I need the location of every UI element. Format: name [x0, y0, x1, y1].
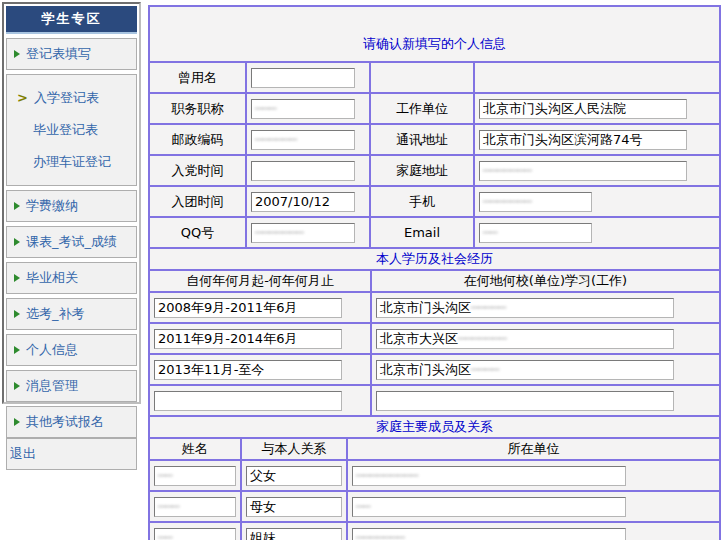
education-header-row: 自何年何月起-何年何月止 在何地何校(单位)学习(工作): [150, 271, 719, 291]
sidebar-item-registration-forms[interactable]: 登记表填写: [6, 38, 137, 70]
sidebar-item-schedule-exams-grades[interactable]: 课表_考试_成绩: [6, 226, 137, 258]
sidebar-item-enrollment-form[interactable]: >入学登记表: [7, 82, 136, 114]
party-join-date-input[interactable]: [251, 161, 355, 181]
education-place-input[interactable]: 北京市门头沟区┄┄┄┄: [376, 360, 674, 380]
education-row: 2013年11月-至今 北京市门头沟区┄┄┄┄: [150, 355, 719, 384]
form-row-former-name: 曾用名: [150, 63, 719, 92]
sidebar-item-personal-info[interactable]: 个人信息: [6, 334, 137, 366]
education-place-header: 在何地何校(单位)学习(工作): [372, 271, 719, 291]
form-row-party-join-date: 入党时间 家庭地址 ┄┄┄┄┄┄┄: [150, 156, 719, 185]
empty-value-cell: [475, 63, 719, 92]
sidebar-item-graduation-related[interactable]: 毕业相关: [6, 262, 137, 294]
job-title-label: 职务职称: [150, 94, 245, 123]
postal-code-label: 邮政编码: [150, 125, 245, 154]
sidebar-item-label: 登记表填写: [26, 45, 91, 63]
family-section-title: 家庭主要成员及关系: [150, 417, 719, 437]
qq-number-label: QQ号: [150, 218, 245, 247]
email-input[interactable]: ┄┄: [479, 223, 592, 243]
family-name-input[interactable]: ┄┄: [154, 466, 236, 486]
party-join-date-label: 入党时间: [150, 156, 245, 185]
form-row-league-join-date: 入团时间 2007/10/12 手机 ┄┄┄┄┄┄┄: [150, 187, 719, 216]
triangle-bullet-icon: [14, 274, 20, 282]
sidebar-item-tuition[interactable]: 学费缴纳: [6, 190, 137, 222]
sidebar-item-elective-makeup-exams[interactable]: 选考_补考: [6, 298, 137, 330]
family-unit-input[interactable]: ┄┄┄┄┄┄┄┄┄: [352, 466, 626, 486]
personal-info-confirmation-form: 请确认新填写的个人信息 曾用名 职务职称 ┄┄┄ 工作单位 北京市门头沟区人民法…: [148, 5, 721, 540]
league-join-date-input[interactable]: 2007/10/12: [251, 192, 355, 212]
qq-number-input[interactable]: ┄┄┄┄┄┄┄: [251, 223, 355, 243]
mobile-label: 手机: [371, 187, 473, 216]
mobile-input[interactable]: ┄┄┄┄┄┄┄: [479, 192, 592, 212]
home-address-input[interactable]: ┄┄┄┄┄┄┄: [479, 161, 687, 181]
education-period-input[interactable]: 2013年11月-至今: [154, 360, 342, 380]
work-unit-input[interactable]: 北京市门头沟区人民法院: [479, 99, 687, 119]
former-name-label: 曾用名: [150, 63, 245, 92]
triangle-bullet-icon: [14, 346, 20, 354]
sidebar: 学生专区 登记表填写 >入学登记表 毕业登记表 办理车证登记 学费缴纳 课表_考…: [2, 2, 141, 404]
family-row: ┄┄ 姐妹 ┄┄┄┄┄┄┄: [150, 523, 719, 540]
education-period-input[interactable]: 2011年9月-2014年6月: [154, 329, 342, 349]
triangle-bullet-icon: [14, 310, 20, 318]
current-marker-icon: >: [17, 90, 28, 105]
education-row: 2008年9月-2011年6月 北京市门头沟区┄┄┄┄┄: [150, 293, 719, 322]
sidebar-item-message-management[interactable]: 消息管理: [6, 370, 137, 402]
family-unit-header: 所在单位: [348, 439, 719, 459]
empty-label-cell: [371, 63, 473, 92]
education-place-input[interactable]: [376, 391, 674, 411]
home-address-label: 家庭地址: [371, 156, 473, 185]
family-name-input[interactable]: ┄┄: [154, 528, 236, 540]
education-period-header: 自何年何月起-何年何月止: [150, 271, 370, 291]
education-row: [150, 386, 719, 415]
sidebar-title: 学生专区: [6, 6, 137, 34]
work-unit-label: 工作单位: [371, 94, 473, 123]
triangle-bullet-icon: [14, 418, 20, 426]
triangle-bullet-icon: [14, 50, 20, 58]
job-title-input[interactable]: ┄┄┄: [251, 99, 355, 119]
education-period-input[interactable]: [154, 391, 342, 411]
form-row-qq-email: QQ号 ┄┄┄┄┄┄┄ Email ┄┄: [150, 218, 719, 247]
sidebar-submenu: >入学登记表 毕业登记表 办理车证登记: [6, 74, 137, 186]
family-header-row: 姓名 与本人关系 所在单位: [150, 439, 719, 459]
mailing-address-label: 通讯地址: [371, 125, 473, 154]
form-title: 请确认新填写的个人信息: [150, 7, 719, 61]
former-name-input[interactable]: [251, 68, 355, 88]
education-place-input[interactable]: 北京市门头沟区┄┄┄┄┄: [376, 298, 674, 318]
triangle-bullet-icon: [14, 238, 20, 246]
sidebar-item-vehicle-pass[interactable]: 办理车证登记: [7, 146, 136, 178]
form-row-job-title: 职务职称 ┄┄┄ 工作单位 北京市门头沟区人民法院: [150, 94, 719, 123]
form-row-postal-code: 邮政编码 ┄┄┄┄┄┄ 通讯地址 北京市门头沟区滨河路74号: [150, 125, 719, 154]
family-row: ┄┄ 父女 ┄┄┄┄┄┄┄┄┄: [150, 461, 719, 490]
education-section-title: 本人学历及社会经历: [150, 249, 719, 269]
education-period-input[interactable]: 2008年9月-2011年6月: [154, 298, 342, 318]
education-place-input[interactable]: 北京市大兴区┄┄┄┄┄┄┄: [376, 329, 674, 349]
family-unit-input[interactable]: ┄┄: [352, 497, 626, 517]
postal-code-input[interactable]: ┄┄┄┄┄┄: [251, 130, 355, 150]
family-row: ┄┄┄ 母女 ┄┄: [150, 492, 719, 521]
triangle-bullet-icon: [14, 202, 20, 210]
sidebar-item-graduation-form[interactable]: 毕业登记表: [7, 114, 136, 146]
triangle-bullet-icon: [14, 382, 20, 390]
family-unit-input[interactable]: ┄┄┄┄┄┄┄: [352, 528, 626, 540]
family-relation-input[interactable]: 姐妹: [246, 528, 342, 540]
family-name-header: 姓名: [150, 439, 240, 459]
family-relation-header: 与本人关系: [242, 439, 346, 459]
sidebar-item-other-exam-registration[interactable]: 其他考试报名: [6, 406, 137, 438]
family-relation-input[interactable]: 母女: [246, 497, 342, 517]
mailing-address-input[interactable]: 北京市门头沟区滨河路74号: [479, 130, 687, 150]
league-join-date-label: 入团时间: [150, 187, 245, 216]
email-label: Email: [371, 218, 473, 247]
family-relation-input[interactable]: 父女: [246, 466, 342, 486]
education-row: 2011年9月-2014年6月 北京市大兴区┄┄┄┄┄┄┄: [150, 324, 719, 353]
family-name-input[interactable]: ┄┄┄: [154, 497, 236, 517]
logout-link[interactable]: 退出: [6, 438, 137, 470]
